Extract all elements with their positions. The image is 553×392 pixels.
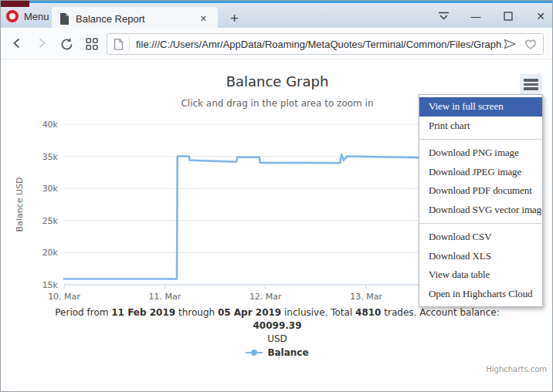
tab-bar: Menu Balance Report ✕ + — ✕ — [1, 3, 552, 28]
menu-item-view-in-full-screen[interactable]: View in full screen — [419, 97, 542, 117]
hamburger-icon — [524, 79, 538, 82]
opera-logo-icon — [6, 10, 19, 22]
window-controls: — ✕ — [436, 6, 548, 26]
highcharts-credits[interactable]: Highcharts.com — [486, 365, 547, 373]
menu-item-open-in-highcharts-cloud[interactable]: Open in Highcharts Cloud — [419, 285, 542, 304]
menu-item-download-xls[interactable]: Download XLS — [419, 247, 542, 266]
y-tick-label: 25k — [42, 216, 59, 226]
tab-balance-report[interactable]: Balance Report ✕ — [52, 7, 218, 30]
menu-item-view-data-table[interactable]: View data table — [419, 265, 542, 285]
tab-close-icon[interactable]: ✕ — [197, 12, 210, 25]
share-icon[interactable] — [503, 38, 517, 50]
chart-legend[interactable]: Balance — [1, 347, 553, 358]
menu-separator — [419, 139, 542, 140]
legend-label: Balance — [267, 347, 308, 358]
page-content: 15k20k25k30k35k40k10. Mar11. Mar12. Mar1… — [1, 59, 553, 392]
chart-context-menu: View in full screenPrint chartDownload P… — [419, 94, 543, 307]
window-corner-accent — [1, 1, 29, 7]
chart-context-button[interactable] — [520, 74, 542, 95]
back-icon[interactable] — [12, 38, 22, 52]
navigation-toolbar: file:///C:/Users/Amr/AppData/Roaming/Met… — [1, 28, 552, 59]
minimize-icon[interactable]: — — [469, 8, 483, 24]
menu-separator — [419, 223, 542, 224]
browser-window: Menu Balance Report ✕ + — ✕ — [0, 0, 553, 392]
speed-dial-icon[interactable] — [86, 38, 98, 53]
new-tab-button[interactable]: + — [226, 8, 243, 29]
menu-item-download-svg-vector-image[interactable]: Download SVG vector image — [419, 201, 542, 220]
menu-item-download-csv[interactable]: Download CSV — [419, 228, 542, 247]
reload-icon[interactable] — [60, 38, 73, 54]
tab-title: Balance Report — [76, 13, 191, 25]
x-tick-label: 12. Mar — [249, 292, 282, 302]
tab-menu-icon[interactable] — [436, 8, 450, 24]
page-icon — [114, 39, 124, 50]
x-tick-label: 11. Mar — [149, 292, 182, 302]
forward-icon[interactable] — [36, 38, 47, 52]
maximize-icon[interactable] — [501, 8, 515, 24]
close-icon[interactable]: ✕ — [534, 8, 548, 24]
chart-caption: Period from 11 Feb 2019 through 05 Apr 2… — [32, 306, 523, 346]
menu-item-download-jpeg-image[interactable]: Download JPEG image — [419, 163, 542, 182]
y-tick-label: 35k — [42, 152, 59, 162]
menu-item-download-png-image[interactable]: Download PNG image — [419, 144, 542, 163]
legend-marker-icon — [246, 348, 263, 357]
y-tick-label: 40k — [42, 120, 59, 130]
window-top-accent — [1, 1, 553, 3]
menu-item-download-pdf-document[interactable]: Download PDF document — [419, 181, 542, 201]
menu-item-print-chart[interactable]: Print chart — [419, 117, 542, 136]
x-tick-label: 10. Mar — [48, 292, 80, 302]
y-tick-label: 15k — [42, 280, 59, 290]
y-axis-title: Balance USD — [15, 177, 25, 232]
address-bar[interactable]: file:///C:/Users/Amr/AppData/Roaming/Met… — [107, 33, 544, 55]
opera-menu-button[interactable]: Menu — [6, 7, 49, 25]
caption-line2: USD — [32, 333, 523, 346]
caption-line1: Period from 11 Feb 2019 through 05 Apr 2… — [32, 306, 523, 333]
chart-title: Balance Graph — [16, 73, 538, 90]
address-separator — [129, 37, 130, 51]
y-tick-label: 30k — [42, 184, 59, 194]
url-text[interactable]: file:///C:/Users/Amr/AppData/Roaming/Met… — [136, 39, 503, 50]
opera-menu-label: Menu — [24, 11, 49, 22]
y-tick-label: 20k — [42, 248, 59, 258]
heart-icon[interactable] — [524, 39, 537, 50]
x-tick-label: 13. Mar — [350, 292, 382, 302]
page-favicon-icon — [59, 13, 70, 25]
series-line-balance[interactable] — [64, 154, 419, 279]
